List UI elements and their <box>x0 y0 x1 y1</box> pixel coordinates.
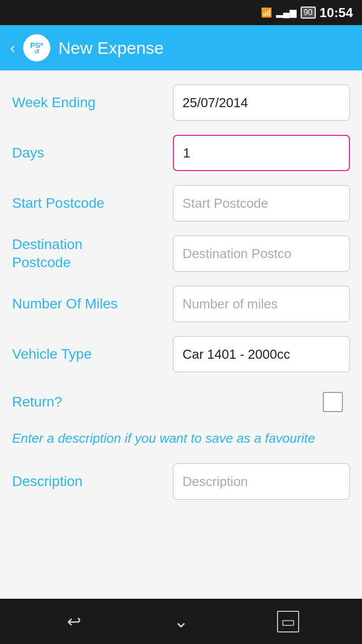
recents-nav-icon: ▭ <box>277 611 299 632</box>
week-ending-row: Week Ending <box>12 83 350 123</box>
app-bar: ‹ PS* ↺ New Expense <box>0 25 362 70</box>
dest-postcode-row: Destination Postcode <box>12 233 350 274</box>
miles-input[interactable] <box>173 286 350 322</box>
description-label: Description <box>12 473 173 490</box>
dest-postcode-label: Destination Postcode <box>12 235 173 272</box>
recents-nav-button[interactable]: ▭ <box>268 606 308 636</box>
back-nav-icon: ↩ <box>67 611 81 631</box>
favourite-hint: Enter a description if you want to save … <box>12 430 350 447</box>
status-icons: 📶 ▂▄▆ 90 10:54 <box>261 5 353 21</box>
bottom-nav: ↩ ⌄ ▭ <box>0 599 362 644</box>
start-postcode-label: Start Postcode <box>12 195 173 212</box>
dest-postcode-input-wrap <box>173 235 350 272</box>
vehicle-type-select[interactable]: Car up to 1400cc Car 1401 - 2000cc Car o… <box>173 336 350 372</box>
week-ending-input-wrap <box>173 85 350 121</box>
home-nav-icon: ⌄ <box>173 611 189 632</box>
description-input[interactable] <box>173 463 350 500</box>
dest-postcode-input[interactable] <box>173 235 350 272</box>
week-ending-input[interactable] <box>173 85 350 121</box>
status-time: 10:54 <box>320 5 353 21</box>
return-row: Return? <box>12 384 350 420</box>
week-ending-label: Week Ending <box>12 94 173 111</box>
days-input[interactable] <box>173 135 350 171</box>
days-input-wrap <box>173 135 350 171</box>
miles-row: Number Of Miles <box>12 284 350 324</box>
vehicle-type-row: Vehicle Type Car up to 1400cc Car 1401 -… <box>12 334 350 374</box>
return-label: Return? <box>12 394 323 410</box>
form-content: Week Ending Days Start Postcode Destinat… <box>0 70 362 599</box>
return-checkbox[interactable] <box>323 392 343 412</box>
app-logo: PS* ↺ <box>23 34 50 61</box>
start-postcode-row: Start Postcode <box>12 183 350 223</box>
start-postcode-input[interactable] <box>173 185 350 221</box>
home-nav-button[interactable]: ⌄ <box>161 606 201 636</box>
description-row: Description <box>12 461 350 502</box>
signal-icon: ▂▄▆ <box>276 7 297 18</box>
back-nav-button[interactable]: ↩ <box>54 606 94 636</box>
miles-input-wrap <box>173 286 350 322</box>
wifi-icon: 📶 <box>261 7 272 18</box>
battery-icon: 90 <box>301 7 316 19</box>
back-button[interactable]: ‹ <box>10 39 15 56</box>
start-postcode-input-wrap <box>173 185 350 221</box>
vehicle-type-label: Vehicle Type <box>12 346 173 363</box>
page-title: New Expense <box>58 38 164 58</box>
days-label: Days <box>12 144 173 162</box>
description-input-wrap <box>173 463 350 500</box>
days-row: Days <box>12 133 350 173</box>
miles-label: Number Of Miles <box>12 295 173 312</box>
vehicle-type-select-wrap: Car up to 1400cc Car 1401 - 2000cc Car o… <box>173 336 350 372</box>
status-bar: 📶 ▂▄▆ 90 10:54 <box>0 0 362 25</box>
